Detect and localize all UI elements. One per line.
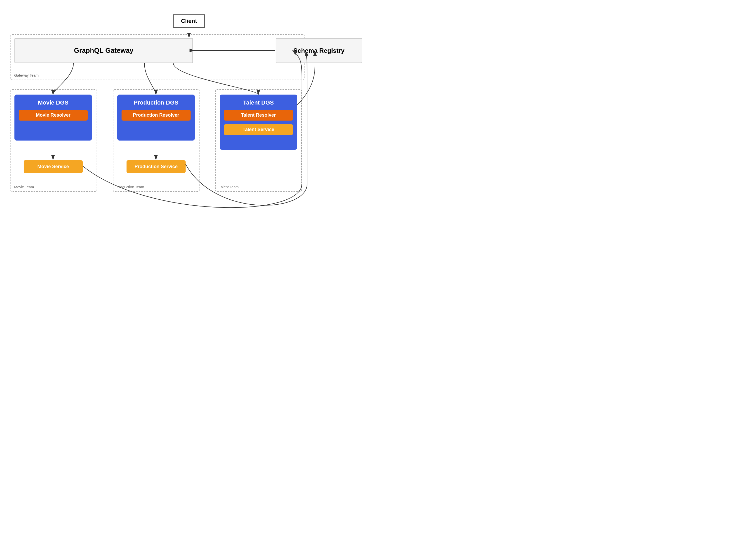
talent-dgs-box: Talent DGS Talent Resolver Talent Servic… <box>220 94 297 150</box>
talent-service-label: Talent Service <box>243 127 274 132</box>
movie-resolver-box: Movie Resolver <box>19 110 88 121</box>
talent-resolver-box: Talent Resolver <box>224 110 293 121</box>
production-service-label: Production Service <box>134 164 177 169</box>
talent-resolver-label: Talent Resolver <box>241 112 276 118</box>
schema-registry-label: Schema Registry <box>294 47 345 54</box>
talent-team-label: Talent Team <box>219 185 239 189</box>
client-box: Client <box>173 15 205 27</box>
graphql-gateway-box: GraphQL Gateway <box>15 38 193 63</box>
production-service-box: Production Service <box>126 160 186 173</box>
client-label: Client <box>181 18 197 24</box>
production-dgs-title: Production DGS <box>134 99 178 106</box>
production-dgs-box: Production DGS Production Resolver <box>117 94 195 140</box>
gateway-team-label: Gateway Team <box>14 73 39 78</box>
diagram-container: Client Gateway Team GraphQL Gateway Sche… <box>0 0 378 269</box>
movie-team-label: Movie Team <box>14 185 34 189</box>
talent-service-box: Talent Service <box>224 124 293 135</box>
talent-dgs-title: Talent DGS <box>243 99 274 106</box>
movie-service-box: Movie Service <box>24 160 83 173</box>
movie-dgs-title: Movie DGS <box>38 99 68 106</box>
production-resolver-box: Production Resolver <box>121 110 191 121</box>
production-resolver-label: Production Resolver <box>133 112 179 118</box>
graphql-gateway-label: GraphQL Gateway <box>74 46 133 55</box>
schema-registry-box: Schema Registry <box>276 38 362 63</box>
movie-service-label: Movie Service <box>37 164 69 169</box>
production-team-label: Production Team <box>117 185 144 189</box>
movie-resolver-label: Movie Resolver <box>36 112 71 118</box>
movie-dgs-box: Movie DGS Movie Resolver <box>15 94 92 140</box>
